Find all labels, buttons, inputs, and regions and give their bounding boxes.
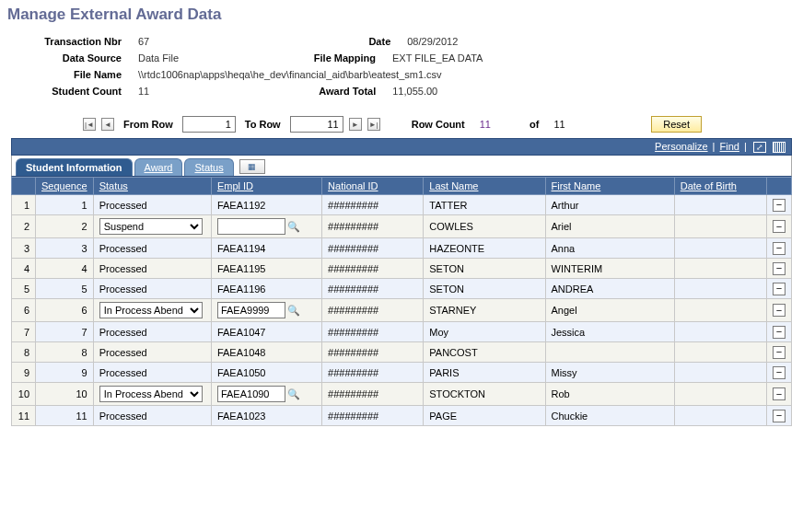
delete-row-icon[interactable]: − <box>773 346 786 359</box>
col-status[interactable]: Status <box>93 178 211 195</box>
lookup-icon[interactable]: 🔍 <box>287 304 300 317</box>
data-source: Data File <box>138 52 179 64</box>
delete-row-icon[interactable]: − <box>773 199 786 212</box>
delete-row-icon[interactable]: − <box>773 366 786 379</box>
table-row: 88ProcessedFAEA1048#########PANCOST− <box>12 342 792 363</box>
col-empl-id[interactable]: Empl ID <box>211 178 321 195</box>
last-name-cell: SETON <box>424 279 545 299</box>
col-dob[interactable]: Date of Birth <box>674 178 766 195</box>
col-action <box>766 178 791 195</box>
last-name-cell: TATTER <box>424 195 545 215</box>
dob-cell <box>674 259 766 279</box>
table-row: 33ProcessedFAEA1194#########HAZEONTEAnna… <box>12 238 792 259</box>
sequence-cell: 8 <box>36 342 94 363</box>
date-value: 08/29/2012 <box>407 36 458 47</box>
row-action-cell: − <box>766 279 791 299</box>
first-row-icon[interactable]: |◄ <box>83 118 96 131</box>
row-action-cell: − <box>766 322 791 342</box>
status-select[interactable]: In Process Abend <box>99 302 203 318</box>
col-national-id[interactable]: National ID <box>322 178 424 195</box>
row-number: 2 <box>12 215 36 238</box>
row-count-label: Row Count <box>412 119 465 130</box>
national-id-cell: ######### <box>322 383 424 406</box>
delete-row-icon[interactable]: − <box>773 220 786 233</box>
table-row: 66In Process Abend🔍#########STARNEYAngel… <box>12 299 792 322</box>
col-first-name[interactable]: First Name <box>545 178 674 195</box>
national-id-cell: ######### <box>322 279 424 299</box>
file-name-label: File Name <box>18 69 138 80</box>
row-action-cell: − <box>766 238 791 259</box>
row-action-cell: − <box>766 383 791 406</box>
download-icon[interactable] <box>773 142 786 153</box>
last-name-cell: STOCKTON <box>424 383 545 406</box>
zoom-icon[interactable]: ⤢ <box>753 142 766 153</box>
empl-id-input[interactable] <box>217 302 285 318</box>
empl-id-input[interactable] <box>217 218 285 235</box>
prev-row-icon[interactable]: ◄ <box>101 118 114 131</box>
last-name-cell: SETON <box>424 259 545 279</box>
student-count-label: Student Count <box>18 86 138 97</box>
of-label: of <box>530 119 539 130</box>
status-cell: In Process Abend <box>93 383 211 406</box>
tab-status[interactable]: Status <box>184 158 233 176</box>
delete-row-icon[interactable]: − <box>773 326 786 339</box>
date-label: Date <box>149 36 407 47</box>
empl-id-cell: 🔍 <box>211 299 321 322</box>
dob-cell <box>674 195 766 215</box>
col-last-name[interactable]: Last Name <box>424 178 545 195</box>
sequence-cell: 4 <box>36 259 94 279</box>
empl-id-input[interactable] <box>217 386 285 402</box>
file-mapping-label: File Mapping <box>179 52 392 64</box>
row-number: 11 <box>12 406 36 426</box>
sequence-cell: 2 <box>36 215 94 238</box>
next-row-icon[interactable]: ► <box>349 118 362 131</box>
delete-row-icon[interactable]: − <box>773 242 786 255</box>
tab-award[interactable]: Award <box>134 158 183 176</box>
national-id-cell: ######### <box>322 363 424 383</box>
delete-row-icon[interactable]: − <box>773 262 786 275</box>
student-count: 11 <box>138 86 149 97</box>
status-cell: Processed <box>93 238 211 259</box>
first-name-cell: Ariel <box>545 215 674 238</box>
first-name-cell: WINTERIM <box>545 259 674 279</box>
status-select[interactable]: Suspend <box>99 218 203 235</box>
to-row-label: To Row <box>245 119 281 130</box>
national-id-cell: ######### <box>322 406 424 426</box>
reset-button[interactable]: Reset <box>651 116 702 133</box>
row-number: 3 <box>12 238 36 259</box>
dob-cell <box>674 215 766 238</box>
last-row-icon[interactable]: ►| <box>367 118 380 131</box>
delete-row-icon[interactable]: − <box>773 387 786 400</box>
col-sequence[interactable]: Sequence <box>36 178 94 195</box>
table-row: 44ProcessedFAEA1195#########SETONWINTERI… <box>12 259 792 279</box>
delete-row-icon[interactable]: − <box>773 283 786 295</box>
table-row: 1111ProcessedFAEA1023#########PAGEChucki… <box>12 406 792 426</box>
tab-student-information[interactable]: Student Information <box>16 158 133 176</box>
file-mapping: EXT FILE_EA DATA <box>392 52 483 64</box>
delete-row-icon[interactable]: − <box>773 304 786 317</box>
status-cell: Processed <box>93 322 211 342</box>
sequence-cell: 7 <box>36 322 94 342</box>
file-name: \\rtdc1006nap\apps\heqa\he_dev\financial… <box>138 69 442 80</box>
lookup-icon[interactable]: 🔍 <box>287 387 300 400</box>
to-row-input[interactable] <box>290 116 343 133</box>
status-cell: Processed <box>93 363 211 383</box>
first-name-cell: Chuckie <box>545 406 674 426</box>
last-name-cell: Moy <box>424 322 545 342</box>
status-select[interactable]: In Process Abend <box>99 386 203 402</box>
award-total-label: Award Total <box>149 86 392 97</box>
find-link[interactable]: Find <box>720 141 739 152</box>
empl-id-cell: FAEA1195 <box>211 259 321 279</box>
last-name-cell: PAGE <box>424 406 545 426</box>
empl-id-cell: FAEA1050 <box>211 363 321 383</box>
row-number: 7 <box>12 322 36 342</box>
personalize-link[interactable]: Personalize <box>655 141 707 152</box>
col-rownum <box>12 178 36 195</box>
status-cell: Processed <box>93 279 211 299</box>
table-row: 55ProcessedFAEA1196#########SETONANDREA− <box>12 279 792 299</box>
show-all-columns-icon[interactable]: ▦ <box>239 159 265 174</box>
from-row-input[interactable] <box>182 116 236 133</box>
dob-cell <box>674 383 766 406</box>
lookup-icon[interactable]: 🔍 <box>287 220 300 233</box>
delete-row-icon[interactable]: − <box>773 410 786 422</box>
